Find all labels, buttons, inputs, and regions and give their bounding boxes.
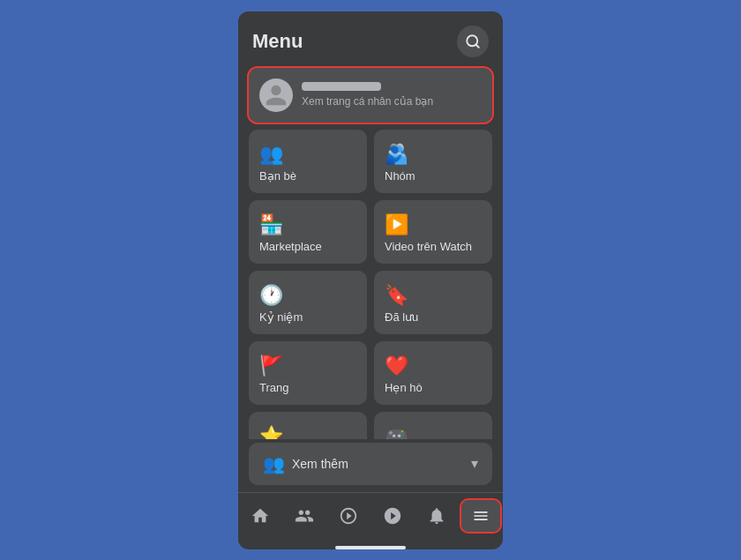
nav-home[interactable]: [241, 500, 280, 532]
see-more-icon: 👥: [263, 453, 285, 474]
trang-icon: 🚩: [259, 355, 283, 377]
menu-header: Menu: [238, 11, 503, 64]
nhom-icon: 🫂: [385, 143, 408, 166]
bottom-navigation: [238, 492, 503, 542]
search-button[interactable]: [457, 26, 489, 57]
hen-ho-label: Hẹn hò: [385, 381, 423, 394]
su-kien-icon: ⭐: [259, 425, 283, 439]
ban-be-icon: 👥: [259, 143, 283, 166]
trang-label: Trang: [259, 381, 288, 394]
menu-row-3: 🕐 Kỷ niệm 🔖 Đã lưu: [249, 271, 492, 334]
video-watch-label: Video trên Watch: [385, 240, 472, 253]
nav-watch[interactable]: [329, 500, 368, 532]
nhom-label: Nhóm: [385, 169, 415, 183]
menu-item-su-kien[interactable]: ⭐ Sự kiện: [249, 412, 367, 439]
ban-be-label: Bạn bè: [259, 169, 296, 183]
menu-item-choi-game[interactable]: 🎮 Chơi game: [374, 412, 492, 439]
see-more-label: Xem thêm: [292, 457, 348, 471]
menu-item-video-watch[interactable]: ▶️ Video trên Watch: [374, 200, 492, 264]
nav-notifications[interactable]: [417, 500, 456, 532]
marketplace-icon: 🏪: [259, 213, 283, 236]
menu-row-1: 👥 Bạn bè 🫂 Nhóm: [249, 130, 492, 193]
video-watch-icon: ▶️: [385, 213, 408, 236]
menu-row-2: 🏪 Marketplace ▶️ Video trên Watch: [249, 200, 492, 264]
da-luu-icon: 🔖: [385, 284, 408, 307]
profile-subtitle: Xem trang cá nhân của bạn: [302, 95, 433, 108]
svg-line-1: [475, 44, 478, 47]
menu-grid: 👥 Bạn bè 🫂 Nhóm 🏪 Marketplace ▶️ Video t…: [238, 130, 503, 439]
nav-groups[interactable]: [373, 500, 412, 532]
menu-item-nhom[interactable]: 🫂 Nhóm: [374, 130, 492, 193]
da-luu-label: Đã lưu: [385, 310, 418, 324]
ky-niem-label: Kỷ niệm: [259, 310, 303, 324]
marketplace-label: Marketplace: [259, 240, 322, 253]
menu-row-5: ⭐ Sự kiện 🎮 Chơi game: [249, 412, 492, 439]
menu-item-da-luu[interactable]: 🔖 Đã lưu: [374, 271, 492, 334]
nav-menu[interactable]: [461, 500, 500, 532]
phone-container: Menu Xem trang cá nhân của bạn 👥 Bạn bè: [238, 11, 503, 549]
avatar: [259, 78, 293, 112]
choi-game-icon: 🎮: [385, 425, 408, 439]
home-indicator: [335, 546, 406, 549]
see-more-left: 👥 Xem thêm: [263, 453, 348, 474]
profile-section[interactable]: Xem trang cá nhân của bạn: [249, 68, 492, 123]
see-more-button[interactable]: 👥 Xem thêm ▾: [249, 443, 492, 485]
profile-info: Xem trang cá nhân của bạn: [302, 82, 433, 108]
menu-item-ban-be[interactable]: 👥 Bạn bè: [249, 130, 367, 193]
chevron-down-icon: ▾: [471, 455, 478, 472]
menu-row-4: 🚩 Trang ❤️ Hẹn hò: [249, 341, 492, 405]
page-title: Menu: [252, 30, 303, 53]
menu-item-ky-niem[interactable]: 🕐 Kỷ niệm: [249, 271, 367, 334]
menu-item-marketplace[interactable]: 🏪 Marketplace: [249, 200, 367, 264]
ky-niem-icon: 🕐: [259, 284, 283, 307]
hen-ho-icon: ❤️: [385, 355, 408, 377]
nav-friends[interactable]: [285, 500, 324, 532]
menu-item-hen-ho[interactable]: ❤️ Hẹn hò: [374, 341, 492, 405]
menu-item-trang[interactable]: 🚩 Trang: [249, 341, 367, 405]
profile-name-blur: [302, 82, 381, 91]
